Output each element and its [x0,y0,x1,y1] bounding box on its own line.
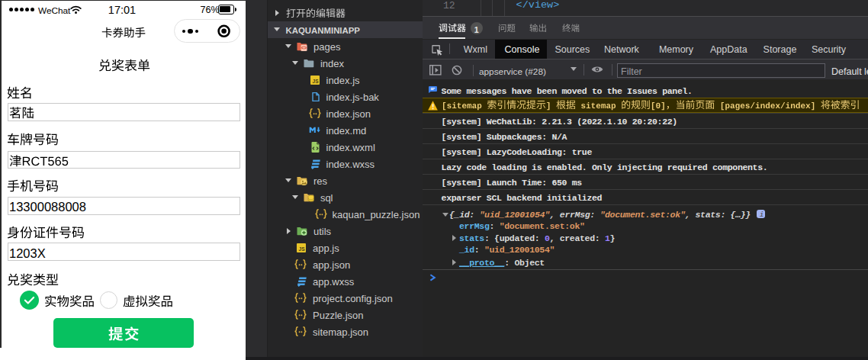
svg-text:JS: JS [299,246,306,252]
svg-text:<>: <> [301,45,307,50]
svg-text:JS: JS [313,79,320,84]
